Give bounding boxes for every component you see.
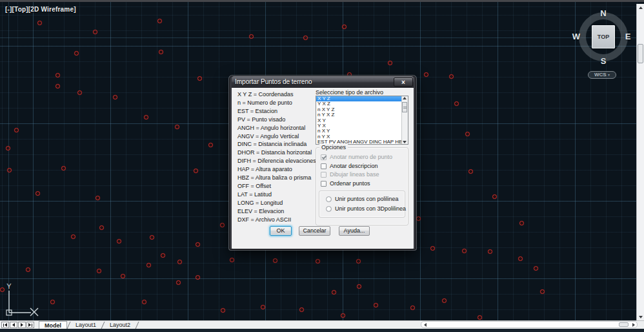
scroll-left-button[interactable] — [424, 323, 427, 327]
viewcube-top-face[interactable]: TOP — [592, 25, 615, 48]
survey-point — [144, 115, 148, 119]
checkbox — [321, 154, 327, 160]
dialog-titlebar[interactable]: Importar Puntos de terreno × — [232, 76, 414, 88]
listbox-scrollbar[interactable] — [401, 96, 408, 144]
tab-model[interactable]: Model — [39, 321, 67, 329]
survey-point — [6, 146, 10, 150]
file-type-option[interactable]: X Y — [316, 118, 408, 123]
format-legend-item: OFF = Offset — [237, 182, 314, 191]
survey-point — [14, 128, 19, 132]
survey-point — [492, 194, 497, 199]
tab-layout1[interactable]: Layout1 — [70, 321, 101, 329]
format-legend-item: DINC = Distancia inclinada — [237, 140, 314, 149]
survey-point — [208, 143, 213, 147]
survey-point — [194, 169, 198, 173]
help-button[interactable]: Ayuda... — [339, 226, 370, 236]
survey-point — [196, 275, 200, 280]
survey-point — [117, 239, 121, 244]
format-legend-item: n = Numero de punto — [237, 99, 314, 107]
survey-point — [77, 90, 82, 95]
radio-button[interactable] — [326, 206, 332, 212]
survey-point — [468, 169, 473, 174]
radio-row: Unir puntos con polilinea — [326, 196, 399, 202]
listbox-scroll-down-button[interactable] — [403, 141, 407, 143]
horizontal-scrollbar-thumb[interactable] — [619, 322, 629, 327]
horizontal-scrollbar[interactable] — [421, 321, 638, 328]
autocad-window: [-][Top][2D Wireframe] N S W E TOP WCS ▾… — [0, 0, 644, 332]
ok-button[interactable]: OK — [270, 226, 292, 236]
tab-layout2[interactable]: Layout2 — [105, 321, 136, 329]
tab-nav-prev-button[interactable] — [10, 322, 17, 328]
checkbox[interactable] — [321, 163, 327, 169]
file-type-option[interactable]: n Y X Z — [316, 112, 408, 118]
survey-point — [177, 260, 182, 264]
close-button[interactable]: × — [394, 78, 413, 87]
chevron-down-icon: ▾ — [608, 73, 610, 77]
listbox-scroll-up-button[interactable] — [403, 97, 407, 99]
radio-row: Unir puntos con 3Dpolilinea — [326, 205, 406, 212]
checkbox-label: Dibujar lineas base — [330, 171, 379, 178]
checkbox-label: Ordenar puntos — [330, 180, 370, 187]
survey-point — [230, 258, 234, 262]
vertical-scrollbar-thumb[interactable] — [638, 44, 643, 63]
survey-point — [97, 269, 101, 273]
survey-point — [37, 21, 42, 25]
survey-point — [61, 166, 66, 171]
ucs-icon: Y — [1, 283, 46, 320]
scroll-right-button[interactable] — [632, 323, 635, 327]
survey-point — [96, 196, 100, 200]
checkbox[interactable] — [321, 181, 327, 187]
survey-point — [388, 61, 392, 65]
format-legend-item: DXF = Archivo ASCII — [237, 216, 314, 224]
format-legend-item: DIFH = Diferencia elevaciones — [237, 157, 314, 165]
survey-point — [71, 234, 75, 239]
file-type-listbox[interactable]: X Y ZY X Zn X Y Zn Y X ZX YY Xn X Yn Y X… — [316, 96, 408, 145]
file-type-option[interactable]: Y X — [316, 123, 408, 129]
viewcube-west[interactable]: W — [569, 32, 583, 41]
vertical-scrollbar[interactable] — [636, 4, 644, 320]
survey-point — [176, 280, 181, 285]
survey-point — [197, 76, 202, 81]
survey-point — [303, 36, 308, 40]
survey-point — [150, 235, 154, 240]
wcs-dropdown[interactable]: WCS ▾ — [588, 71, 616, 79]
viewcube-east[interactable]: E — [621, 32, 635, 41]
arrow-right-icon — [28, 323, 31, 327]
format-legend-item: EST = Estacion — [237, 107, 314, 116]
checkbox — [321, 172, 327, 178]
checkbox-label: Anotar numero de punto — [330, 154, 392, 160]
listbox-scrollbar-thumb[interactable] — [402, 102, 407, 112]
survey-point — [175, 125, 179, 129]
survey-point — [196, 242, 200, 247]
cancel-button[interactable]: Cancelar — [299, 226, 330, 236]
survey-point — [7, 168, 12, 172]
tab-nav-next-button[interactable] — [18, 322, 26, 328]
scroll-down-button[interactable] — [637, 313, 644, 320]
viewcube-north[interactable]: N — [596, 8, 610, 18]
survey-point — [430, 246, 435, 251]
format-legend-item: ANGV = Angulo Vertical — [237, 132, 314, 141]
survey-point — [146, 263, 151, 267]
option-checkbox-row: Dibujar lineas base — [321, 171, 379, 178]
survey-point — [342, 25, 347, 29]
scroll-up-button[interactable] — [637, 4, 644, 11]
file-type-option[interactable]: n X Y — [316, 129, 408, 134]
survey-point — [374, 303, 378, 307]
tab-nav-first-button[interactable] — [1, 322, 9, 328]
survey-point — [26, 267, 30, 272]
bottom-strip — [0, 329, 644, 332]
survey-point — [220, 223, 225, 227]
tab-nav-last-button[interactable] — [26, 322, 34, 328]
survey-point — [410, 306, 415, 310]
survey-point — [50, 300, 55, 304]
radio-button[interactable] — [326, 196, 332, 202]
polyline-radio-group: Unir puntos con polilineaUnir puntos con… — [319, 191, 405, 218]
import-points-dialog: Importar Puntos de terreno × X Y Z = Coo… — [229, 76, 416, 250]
format-legend-item: LAT = Latitud — [237, 191, 314, 199]
format-legend-item: LONG = Longitud — [237, 199, 314, 207]
survey-point — [316, 259, 320, 264]
viewport-controls-label[interactable]: [-][Top][2D Wireframe] — [5, 6, 76, 13]
survey-point — [518, 256, 523, 261]
viewcube-south[interactable]: S — [596, 56, 610, 66]
survey-point — [299, 307, 304, 312]
